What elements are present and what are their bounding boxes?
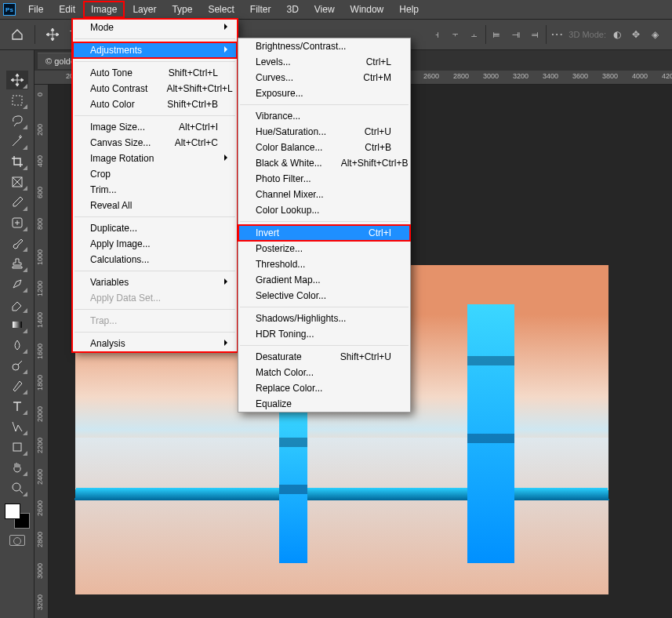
ruler-tick: 2200 <box>36 438 44 453</box>
image-menu-adjustments[interactable]: Adjustments <box>73 42 237 58</box>
adjust-menu-vibrance[interactable]: Vibrance... <box>238 108 410 124</box>
quickmask-toggle[interactable] <box>9 535 25 546</box>
align-vcenter-icon[interactable]: ⫣ <box>508 27 524 42</box>
image-menu-reveal-all[interactable]: Reveal All <box>73 198 237 213</box>
align-hcenter-icon[interactable]: ⫟ <box>448 27 463 42</box>
dodge-tool[interactable] <box>6 356 28 375</box>
adjust-menu-match-color[interactable]: Match Color... <box>238 365 410 380</box>
home-icon[interactable] <box>6 24 28 45</box>
image-menu-analysis[interactable]: Analysis <box>73 336 237 351</box>
image-menu-auto-tone[interactable]: Auto ToneShift+Ctrl+L <box>73 65 237 81</box>
adjust-menu-curves[interactable]: Curves...Ctrl+M <box>238 70 410 85</box>
crop-tool[interactable] <box>6 152 28 171</box>
ruler-tick: 3200 <box>513 72 529 80</box>
adjust-menu-black-white[interactable]: Black & White...Alt+Shift+Ctrl+B <box>238 155 410 171</box>
image-menu-trim[interactable]: Trim... <box>73 182 237 198</box>
adjust-menu-gradient-map[interactable]: Gradient Map... <box>238 272 410 288</box>
menu-item-label: Vibrance... <box>256 111 300 122</box>
color-swatches[interactable] <box>5 503 30 529</box>
marquee-tool[interactable] <box>6 91 28 110</box>
wand-tool[interactable] <box>6 132 28 151</box>
history-tool[interactable] <box>6 274 28 293</box>
image-menu-apply-image[interactable]: Apply Image... <box>73 236 237 252</box>
image-menu-auto-color[interactable]: Auto ColorShift+Ctrl+B <box>73 96 237 112</box>
menu-layer[interactable]: Layer <box>125 1 164 18</box>
adjust-menu-levels[interactable]: Levels...Ctrl+L <box>238 54 410 70</box>
menu-item-label: Adjustments <box>90 45 142 56</box>
blur-tool[interactable] <box>6 336 28 354</box>
adjust-menu-posterize[interactable]: Posterize... <box>238 241 410 256</box>
menu-separator <box>240 104 409 105</box>
image-menu-crop[interactable]: Crop <box>73 166 237 182</box>
menu-file[interactable]: File <box>20 1 51 18</box>
eraser-tool[interactable] <box>6 295 28 314</box>
menu-help[interactable]: Help <box>391 1 427 18</box>
menu-image[interactable]: Image <box>83 1 125 18</box>
orbit-3d-icon[interactable]: ◐ <box>609 27 625 42</box>
move-tool-icon[interactable] <box>42 24 64 45</box>
adjust-menu-selective-color[interactable]: Selective Color... <box>238 288 410 304</box>
stamp-tool[interactable] <box>6 254 28 273</box>
more-options-icon[interactable]: ··· <box>550 27 565 42</box>
menu-item-label: Reveal All <box>90 200 132 211</box>
frame-tool[interactable] <box>6 173 28 191</box>
adjust-menu-equalize[interactable]: Equalize <box>238 396 410 412</box>
adjust-menu-color-lookup[interactable]: Color Lookup... <box>238 202 410 218</box>
gradient-tool[interactable] <box>6 315 28 334</box>
image-menu-mode[interactable]: Mode <box>73 20 237 35</box>
menu-window[interactable]: Window <box>343 1 392 18</box>
adjust-menu-shadows-highlights[interactable]: Shadows/Highlights... <box>238 311 410 326</box>
align-left-icon[interactable]: ⫞ <box>429 27 445 42</box>
pan-3d-icon[interactable]: ✥ <box>628 27 644 42</box>
slide-3d-icon[interactable]: ◈ <box>647 27 663 42</box>
align-right-icon[interactable]: ⫠ <box>467 27 482 42</box>
heal-tool[interactable] <box>6 213 28 232</box>
move-tool[interactable] <box>6 71 28 89</box>
image-menu-duplicate[interactable]: Duplicate... <box>73 220 237 236</box>
adjust-menu-desaturate[interactable]: DesaturateShift+Ctrl+U <box>238 349 410 365</box>
menu-item-label: Auto Color <box>90 99 135 110</box>
menu-edit[interactable]: Edit <box>51 1 83 18</box>
menu-item-label: Gradient Map... <box>256 274 321 285</box>
adjust-menu-color-balance[interactable]: Color Balance...Ctrl+B <box>238 140 410 155</box>
adjust-menu-threshold[interactable]: Threshold... <box>238 256 410 272</box>
align-top-icon[interactable]: ⫢ <box>489 27 505 42</box>
menu-3d[interactable]: 3D <box>278 1 306 18</box>
image-menu-variables[interactable]: Variables <box>73 274 237 290</box>
submenu-arrow-icon <box>224 24 231 30</box>
zoom-tool[interactable] <box>6 478 28 497</box>
align-bottom-icon[interactable]: ⫤ <box>527 27 543 42</box>
image-menu-calculations[interactable]: Calculations... <box>73 252 237 267</box>
svg-rect-5 <box>13 443 21 451</box>
menu-filter[interactable]: Filter <box>242 1 279 18</box>
image-menu-trap: Trap... <box>73 313 237 329</box>
image-menu-image-rotation[interactable]: Image Rotation <box>73 151 237 166</box>
image-menu-auto-contrast[interactable]: Auto ContrastAlt+Shift+Ctrl+L <box>73 81 237 96</box>
adjust-menu-hdr-toning[interactable]: HDR Toning... <box>238 326 410 342</box>
type-tool[interactable] <box>6 397 28 416</box>
menu-view[interactable]: View <box>307 1 343 18</box>
menu-item-label: Crop <box>90 169 111 180</box>
path-tool[interactable] <box>6 417 28 436</box>
menu-select[interactable]: Select <box>200 1 242 18</box>
brush-tool[interactable] <box>6 234 28 253</box>
menu-type[interactable]: Type <box>164 1 200 18</box>
lasso-tool[interactable] <box>6 111 28 130</box>
adjust-menu-exposure[interactable]: Exposure... <box>238 85 410 101</box>
image-menu-canvas-size[interactable]: Canvas Size...Alt+Ctrl+C <box>73 135 237 151</box>
adjust-menu-hue-saturation[interactable]: Hue/Saturation...Ctrl+U <box>238 124 410 140</box>
adjust-menu-invert[interactable]: InvertCtrl+I <box>238 225 410 241</box>
adjust-menu-channel-mixer[interactable]: Channel Mixer... <box>238 187 410 202</box>
hand-tool[interactable] <box>6 458 28 477</box>
menu-item-label: Auto Contrast <box>90 83 147 94</box>
adjust-menu-brightness-contrast[interactable]: Brightness/Contrast... <box>238 38 410 54</box>
shape-tool[interactable] <box>6 438 28 456</box>
eyedrop-tool[interactable] <box>6 193 28 212</box>
pen-tool[interactable] <box>6 376 28 395</box>
adjust-menu-photo-filter[interactable]: Photo Filter... <box>238 171 410 187</box>
ruler-tick: 2600 <box>423 72 439 80</box>
image-menu-image-size[interactable]: Image Size...Alt+Ctrl+I <box>73 119 237 135</box>
adjust-menu-replace-color[interactable]: Replace Color... <box>238 380 410 396</box>
menu-separator <box>74 271 235 271</box>
ruler-vertical[interactable]: 0200400600800100012001400160018002000220… <box>35 85 49 618</box>
